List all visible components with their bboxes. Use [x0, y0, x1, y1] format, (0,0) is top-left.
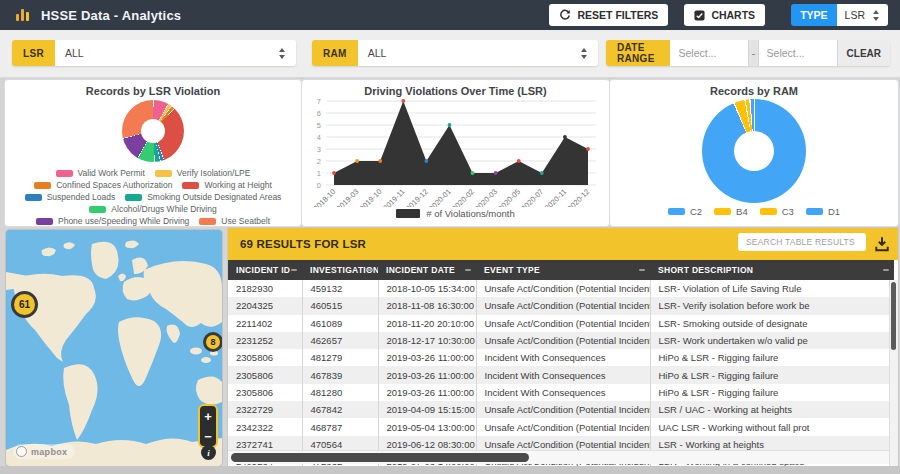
legend-item[interactable]: Smoking Outside Designated Areas	[125, 192, 281, 202]
table-row[interactable]: 23058064678392019-03-26 11:00:00Incident…	[228, 366, 894, 383]
legend-item[interactable]: C2	[668, 206, 702, 217]
legend-item[interactable]: Verify Isolation/LPE	[155, 168, 251, 178]
table-cell: 481279	[302, 349, 378, 366]
table-row[interactable]: 23058064812802019-03-26 11:00:00Incident…	[228, 384, 894, 401]
legend-item[interactable]: B4	[714, 206, 748, 217]
map-cluster-marker[interactable]: 61	[11, 291, 38, 318]
zoom-in-button[interactable]: +	[200, 406, 216, 426]
legend-swatch	[56, 170, 73, 177]
legend-label: Verify Isolation/LPE	[177, 168, 251, 178]
mapbox-logo[interactable]: mapbox	[13, 444, 75, 459]
svg-text:6: 6	[317, 109, 321, 118]
svg-text:2019-11: 2019-11	[381, 187, 406, 207]
legend-item[interactable]: Valid Work Permit	[56, 168, 145, 178]
column-header[interactable]: INCIDENT ID	[228, 260, 302, 280]
table-cell: 2018-11-08 16:30:00	[378, 297, 476, 314]
table-cell: 462657	[302, 332, 378, 349]
ram-donut-chart[interactable]	[702, 99, 806, 203]
table-cell: Incident With Consequences	[476, 366, 650, 383]
table-cell: 2211402	[228, 315, 302, 332]
lsr-filter-select[interactable]: ALL	[55, 40, 296, 66]
legend-item[interactable]: Phone use/Speeding While Driving	[36, 216, 189, 226]
legend-label: B4	[736, 206, 748, 217]
map-cluster-marker[interactable]: 8	[203, 332, 222, 352]
up-down-caret-icon	[581, 48, 588, 59]
table-row[interactable]: 22114024610892018-11-20 20:10:00Unsafe A…	[228, 315, 894, 332]
table-row[interactable]: 22043254605152018-11-08 16:30:00Unsafe A…	[228, 297, 894, 314]
legend-swatch	[668, 208, 685, 215]
legend-item[interactable]: D1	[806, 206, 840, 217]
sort-indicator-icon[interactable]	[883, 269, 889, 271]
horizontal-scrollbar-thumb[interactable]	[231, 453, 529, 462]
line-chart-legend[interactable]: # of Violations/month	[302, 208, 609, 219]
legend-label: Smoking Outside Designated Areas	[147, 192, 281, 202]
type-select[interactable]: LSR	[837, 4, 888, 26]
legend-item[interactable]: Alcohol/Drugs While Driving	[89, 204, 216, 214]
checkbox-checked-icon	[694, 10, 705, 21]
legend-item[interactable]: Confined Spaces Authorization	[34, 180, 172, 190]
mapbox-logo-text: mapbox	[31, 447, 67, 457]
svg-text:2020-07: 2020-07	[519, 187, 545, 207]
violations-area-chart[interactable]: 012345672018-102019-032019-102019-112019…	[304, 95, 606, 207]
horizontal-scrollbar[interactable]	[228, 450, 890, 464]
legend-item[interactable]: Use Seatbelt	[199, 216, 270, 226]
map-zoom-control: + −	[198, 404, 218, 448]
table-row[interactable]: 23058064812792019-03-26 11:00:00Incident…	[228, 349, 894, 366]
table-cell: 2019-03-26 11:00:00	[378, 366, 476, 383]
legend-item[interactable]: C3	[760, 206, 794, 217]
table-cell: 2305806	[228, 384, 302, 401]
svg-text:2020-12: 2020-12	[566, 187, 592, 207]
column-header[interactable]: EVENT TYPE	[476, 260, 650, 280]
driving-violations-chart-card: Driving Violations Over Time (LSR) 01234…	[301, 79, 610, 227]
world-map[interactable]: 61 8 + − i mapbox	[6, 230, 222, 466]
donut-hole	[734, 131, 774, 171]
column-header[interactable]: SHORT DESCRIPTION	[650, 260, 894, 280]
date-end-input[interactable]	[759, 40, 837, 66]
ram-chart-title: Records by RAM	[610, 85, 898, 97]
svg-text:2019-03: 2019-03	[335, 187, 361, 207]
zoom-out-button[interactable]: −	[200, 426, 216, 446]
vertical-scrollbar[interactable]	[889, 280, 898, 466]
lsr-filter-label: LSR	[12, 40, 55, 66]
table-row[interactable]: 23227294678422019-04-09 15:15:00Unsafe A…	[228, 401, 894, 418]
table-row[interactable]: 22312524626572018-12-17 10:30:00Unsafe A…	[228, 332, 894, 349]
sort-indicator-icon[interactable]	[291, 269, 297, 271]
search-table-input[interactable]	[738, 233, 866, 251]
legend-swatch	[714, 208, 731, 215]
legend-item[interactable]: Working at Height	[182, 180, 271, 190]
legend-swatch	[396, 209, 420, 218]
table-cell: HiPo & LSR - Rigging failure	[650, 349, 894, 366]
column-header[interactable]: INVESTIGATION ID	[302, 260, 378, 280]
download-icon[interactable]	[874, 236, 890, 252]
reset-filters-label: RESET FILTERS	[577, 9, 658, 21]
lsr-violation-donut-chart[interactable]	[122, 100, 184, 162]
table-cell: 2018-10-05 15:34:00	[378, 280, 476, 297]
svg-text:2019-12: 2019-12	[404, 187, 430, 207]
column-header[interactable]: INCIDENT DATE	[378, 260, 476, 280]
vertical-scrollbar-thumb[interactable]	[891, 282, 896, 350]
legend-item[interactable]: Suspended Loads	[25, 192, 116, 202]
table-cell: 2019-03-26 11:00:00	[378, 384, 476, 401]
table-row[interactable]: 23423224687872019-05-04 13:00:00Unsafe A…	[228, 418, 894, 435]
legend-label: Suspended Loads	[47, 192, 116, 202]
table-cell: UAC LSR - Working without fall prot	[650, 418, 894, 435]
legend-swatch	[199, 218, 216, 225]
svg-text:2018-10: 2018-10	[312, 187, 338, 207]
table-cell: 481280	[302, 384, 378, 401]
legend-label: Phone use/Speeding While Driving	[58, 216, 189, 226]
svg-text:7: 7	[317, 97, 321, 106]
ram-filter-label: RAM	[312, 40, 358, 66]
ram-filter-select[interactable]: ALL	[358, 40, 598, 66]
svg-text:5: 5	[317, 121, 321, 130]
filter-bar: LSR ALL RAM ALL DATE RANGE - CLEAR	[0, 30, 900, 78]
sort-indicator-icon[interactable]	[465, 269, 471, 271]
sort-indicator-icon[interactable]	[367, 269, 373, 271]
sort-indicator-icon[interactable]	[639, 269, 645, 271]
table-cell: 2305806	[228, 366, 302, 383]
table-row[interactable]: 21829304591322018-10-05 15:34:00Unsafe A…	[228, 280, 894, 297]
clear-date-button[interactable]: CLEAR	[837, 40, 890, 66]
info-icon[interactable]: i	[201, 445, 216, 460]
charts-toggle-button[interactable]: CHARTS	[684, 4, 765, 26]
date-start-input[interactable]	[670, 40, 748, 66]
reset-filters-button[interactable]: RESET FILTERS	[549, 4, 668, 26]
